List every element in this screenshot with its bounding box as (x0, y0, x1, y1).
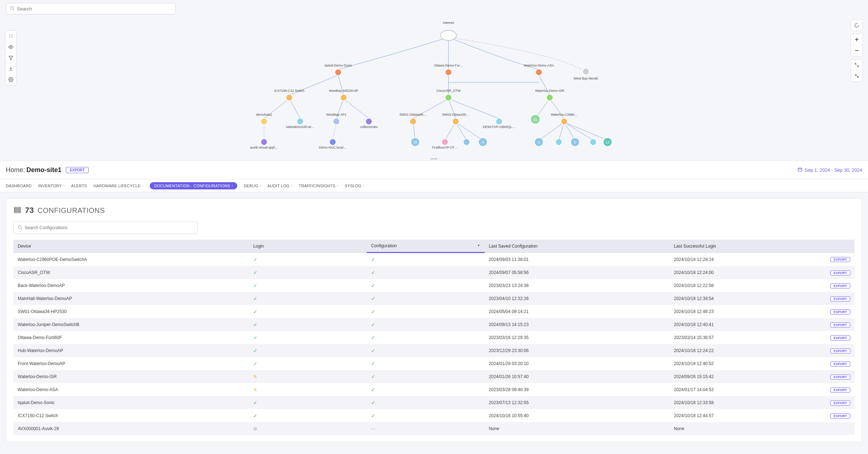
row-export-button[interactable]: EXPORT (830, 257, 850, 262)
node-firewall[interactable] (335, 69, 341, 76)
node-appliance[interactable] (261, 139, 267, 145)
row-export-button[interactable]: EXPORT (830, 401, 850, 406)
tab-alerts[interactable]: ALERTS (71, 184, 87, 188)
global-search-input[interactable] (17, 6, 172, 12)
row-export-button[interactable]: EXPORT (830, 374, 850, 380)
node-firewall[interactable] (445, 69, 452, 76)
row-export-button[interactable]: EXPORT (830, 414, 850, 419)
table-row[interactable]: SW01-Ottawa34-HP2530✓✓2024/05/04 09:14:2… (13, 305, 855, 318)
row-export-button[interactable]: EXPORT (830, 322, 850, 327)
cell-last-saved: 2023/03/28 09:40:39 (485, 383, 670, 396)
tab-debug[interactable]: DEBUG› (244, 184, 261, 188)
col-login[interactable]: Login (249, 240, 367, 253)
expand-icon[interactable] (851, 60, 863, 70)
table-row[interactable]: CiscoASR_OTW✓✓2024/09/07 05:58:562024/10… (13, 266, 855, 279)
row-export-button[interactable]: EXPORT (830, 270, 850, 275)
node-switch[interactable] (410, 118, 416, 125)
tab-audit-log[interactable]: AUDIT LOG› (268, 184, 292, 188)
check-icon: ✓ (371, 335, 375, 340)
node-switch[interactable] (452, 118, 459, 125)
node-switch[interactable] (286, 94, 293, 101)
table-row[interactable]: Front-Waterloo-DemoAP✓✓2024/01/28 03:20:… (13, 357, 855, 370)
table-row[interactable]: Ottawa-Demo-Forti60F✓✓2023/03/16 12:29:3… (13, 331, 855, 344)
row-export-button[interactable]: EXPORT (830, 361, 850, 367)
node-host[interactable] (556, 139, 562, 145)
node-router[interactable] (546, 94, 553, 101)
node-label: Internet (443, 21, 454, 25)
tab-dashboard[interactable]: DASHBOARD (6, 184, 31, 188)
col-configuration[interactable]: Configuration (367, 240, 485, 253)
node-host[interactable] (496, 118, 502, 125)
date-range-picker[interactable]: Sep 1, 2024 - Sep 30, 2024 (797, 167, 862, 173)
table-row[interactable]: MainHall-Waterloo-DemoAP✓✓2023/04/10 12:… (13, 292, 855, 305)
refresh-icon[interactable] (851, 20, 863, 31)
col-device[interactable]: Device (13, 240, 249, 253)
node-switch[interactable] (340, 94, 347, 101)
tab-label: DOCUMENTATION - CONFIGURATIONS (154, 184, 230, 188)
cloud-icon[interactable] (441, 30, 456, 40)
filter-icon[interactable] (5, 52, 16, 63)
table-row[interactable]: Back-Waterloo-DemoAP✓✓2023/03/23 13:24:3… (13, 279, 855, 292)
table-row[interactable]: Waterloo-Juniper-DemoSwitchB✓✓2024/09/13… (13, 318, 855, 331)
zoom-in-icon[interactable]: + (851, 34, 863, 45)
cell-login: ⊘ (249, 422, 367, 435)
layout-icon[interactable] (5, 31, 16, 42)
svg-line-13 (21, 228, 22, 229)
gear-icon[interactable] (5, 74, 16, 85)
tab-inventory[interactable]: INVENTORY› (38, 184, 64, 188)
node-ap[interactable] (297, 118, 303, 125)
cell-login: ✎ (249, 383, 367, 396)
collapse-icon[interactable] (851, 70, 863, 81)
global-search[interactable] (6, 3, 176, 14)
node-host[interactable] (329, 139, 336, 145)
row-export-button[interactable]: EXPORT (830, 335, 850, 340)
node-firewall[interactable] (536, 69, 542, 76)
node-switch[interactable] (561, 118, 567, 125)
cell-last-login: 2024/10/18 12:38:54 (669, 292, 821, 305)
table-row[interactable]: Waterloo-Demo-ISR✎✓2024/01/26 10:57:4020… (13, 370, 855, 383)
table-row[interactable]: AVX000001-Auvik-28⊘—NoneNone (13, 422, 855, 435)
tab-documentation-configurations[interactable]: DOCUMENTATION - CONFIGURATIONS› (150, 182, 237, 189)
cell-device: ICX7150-C12 Switch (13, 409, 249, 422)
table-row[interactable]: Hub-Waterloo-DemoAP✓✓2023/12/29 23:30:06… (13, 344, 855, 357)
row-export-button[interactable]: EXPORT (830, 296, 850, 301)
zoom-out-icon[interactable]: − (851, 45, 863, 56)
eye-icon[interactable] (5, 42, 16, 52)
config-search-input[interactable] (25, 225, 194, 230)
tab-hardware-lifecycle[interactable]: HARDWARE LIFECYCLE› (93, 184, 143, 188)
node-host[interactable] (590, 139, 596, 145)
topology-canvas[interactable]: Internet Iqaluit-Demo-Sonic Ottawa-Demo-… (0, 17, 868, 160)
config-search[interactable] (13, 222, 198, 234)
node-label: Demo-NUC.local… (319, 146, 347, 149)
row-export-button[interactable]: EXPORT (830, 348, 850, 354)
col-last-login[interactable]: Last Successful Login (669, 240, 821, 253)
cell-config: ✓ (367, 318, 485, 331)
row-export-button[interactable]: EXPORT (830, 283, 850, 288)
topology-map[interactable]: Internet Iqaluit-Demo-Sonic Ottawa-Demo-… (0, 17, 868, 160)
node-label: Waterloo-Demo-ISR (535, 89, 565, 93)
tab-syslog[interactable]: SYSLOG› (345, 184, 364, 188)
cell-login: ✓ (249, 396, 367, 409)
node-collector[interactable] (366, 118, 372, 125)
table-row[interactable]: Iqaluit-Demo-Sonic✓✓2023/07/13 12:32:552… (13, 396, 855, 409)
cell-device: SW01-Ottawa34-HP2530 (13, 305, 249, 318)
table-row[interactable]: Waterloo-Demo-ASA✎✓2023/03/28 09:40:3920… (13, 383, 855, 396)
row-export-button[interactable]: EXPORT (830, 387, 850, 393)
node-ap[interactable] (333, 118, 340, 125)
node-unknown[interactable] (583, 68, 589, 75)
cell-config: ✓ (367, 253, 485, 266)
row-export-button[interactable]: EXPORT (830, 309, 850, 314)
cell-last-login: None (669, 422, 821, 435)
download-icon[interactable] (5, 63, 16, 74)
node-router[interactable] (445, 94, 452, 101)
resize-handle[interactable] (430, 157, 438, 160)
node-wireless[interactable] (442, 139, 448, 145)
node-host[interactable] (463, 139, 470, 145)
node-host[interactable] (261, 118, 267, 125)
page-header: Home: Demo-site1 EXPORT Sep 1, 2024 - Se… (0, 160, 868, 179)
table-row[interactable]: Waterloo-C2960POE-DemoSwitchA✓✓2024/09/0… (13, 253, 855, 266)
col-last-saved[interactable]: Last Saved Configuration (485, 240, 670, 253)
export-button[interactable]: EXPORT (66, 167, 89, 173)
table-row[interactable]: ICX7150-C12 Switch✓✓2024/10/16 10:55:402… (13, 409, 855, 422)
tab-trafficinsights[interactable]: TRAFFICINSIGHTS› (299, 184, 338, 188)
